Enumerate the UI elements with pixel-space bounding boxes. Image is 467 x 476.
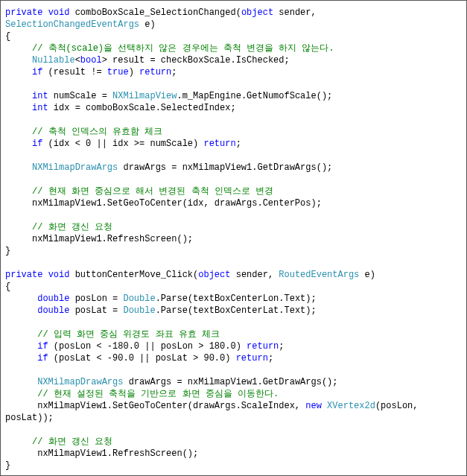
type: SelectionChangedEventArgs	[5, 19, 139, 30]
text: posLat));	[5, 413, 54, 423]
comment: // 현재 화면 중심으로 해서 변경된 축척 인덱스로 변경	[32, 186, 273, 197]
indent	[5, 293, 37, 304]
indent	[5, 305, 37, 316]
keyword: object	[241, 7, 273, 18]
indent	[5, 377, 37, 387]
indent	[5, 55, 32, 66]
keyword: if	[32, 139, 42, 149]
text	[322, 401, 327, 411]
text: nxMilmapView1.SetGeoToCenter(idx, drawAr…	[5, 198, 322, 209]
type: XVertex2d	[327, 401, 375, 411]
code-snippet-frame: private void comboBoxScale_SelectionChan…	[0, 0, 467, 476]
text: ;	[236, 139, 241, 149]
brace: {	[5, 31, 10, 42]
text: (idx < 0 || idx >= numScale)	[42, 139, 203, 149]
keyword: double	[37, 293, 69, 304]
text: numScale =	[48, 91, 112, 101]
keyword: object	[198, 270, 230, 280]
indent	[5, 186, 32, 197]
comment: // 축척(scale)을 선택하지 않은 경우에는 축척 변경을 하지 않는다…	[32, 43, 334, 54]
text: .Parse(textBoxCenterLat.Text);	[156, 305, 317, 316]
indent	[5, 103, 32, 113]
indent	[5, 162, 32, 173]
indent	[5, 67, 32, 77]
text: (posLat < -90.0 || posLat > 90.0)	[48, 353, 236, 364]
text: idx = comboBoxScale.SelectedIndex;	[48, 103, 236, 113]
text: )	[129, 67, 139, 77]
keyword: int	[32, 103, 48, 113]
indent	[5, 437, 32, 447]
keyword: void	[48, 270, 70, 280]
type: Double	[123, 293, 155, 304]
text: (posLon < -180.0 || posLon > 180.0)	[48, 341, 247, 352]
text: <	[75, 55, 80, 66]
indent	[5, 353, 37, 364]
indent	[5, 329, 37, 340]
comment: // 축척 인덱스의 유효함 체크	[32, 127, 162, 137]
text: posLat =	[69, 305, 123, 316]
text: ;	[279, 341, 284, 352]
keyword: if	[37, 341, 48, 352]
text: e)	[139, 19, 156, 30]
keyword: bool	[80, 55, 102, 66]
text: drawArgs = nxMilmapView1.GetDrawArgs();	[118, 162, 332, 173]
text: .m_MapEngine.GetNumofScale();	[177, 91, 332, 101]
keyword: if	[37, 353, 48, 364]
text: posLon =	[69, 293, 123, 304]
comment: // 화면 갱신 요청	[32, 222, 112, 232]
text: buttonCenterMove_Click(	[69, 270, 198, 280]
type: Nullable	[32, 55, 75, 66]
text: nxMilmapView1.SetGeoToCenter(drawArgs.Sc…	[5, 401, 305, 411]
text: ;	[171, 67, 177, 77]
keyword: double	[37, 305, 69, 316]
text: (posLon,	[375, 401, 419, 411]
text: sender,	[273, 7, 317, 18]
indent	[5, 127, 32, 137]
type: Double	[123, 305, 155, 316]
keyword: if	[32, 67, 42, 77]
keyword: true	[107, 67, 129, 77]
text: (result !=	[42, 67, 107, 77]
text: drawArgs = nxMilmapView1.GetDrawArgs();	[123, 377, 337, 387]
type: NXMilmapDrawArgs	[37, 377, 123, 387]
brace: {	[5, 282, 10, 292]
keyword: private	[5, 270, 42, 280]
indent	[5, 139, 32, 149]
brace: }	[5, 460, 10, 471]
keyword: return	[203, 139, 235, 149]
text: sender,	[230, 270, 279, 280]
indent	[5, 43, 32, 54]
code-block: private void comboBoxScale_SelectionChan…	[5, 7, 419, 471]
indent	[5, 389, 37, 399]
text: > result = checkBoxScale.IsChecked;	[102, 55, 290, 66]
keyword: void	[48, 7, 70, 18]
text: ;	[268, 353, 273, 364]
keyword: private	[5, 7, 42, 18]
keyword: int	[32, 91, 48, 101]
indent	[5, 91, 32, 101]
brace: }	[5, 246, 10, 256]
type: RoutedEventArgs	[279, 270, 359, 280]
comment: // 현재 설정된 축척을 기반으로 화면 중심을 이동한다.	[37, 389, 279, 399]
text: comboBoxScale_SelectionChanged(	[69, 7, 241, 18]
text: nxMilmapView1.RefreshScreen();	[5, 234, 193, 244]
indent	[5, 341, 37, 352]
indent	[5, 222, 32, 232]
keyword: return	[247, 341, 279, 352]
type: NXMilmapDrawArgs	[32, 162, 118, 173]
keyword: return	[139, 67, 171, 77]
comment: // 화면 갱신 요청	[32, 437, 112, 447]
keyword: return	[236, 353, 268, 364]
comment: // 입력 화면 중심 위경도 좌표 유효 체크	[37, 329, 220, 340]
text: .Parse(textBoxCenterLon.Text);	[156, 293, 317, 304]
keyword: new	[305, 401, 322, 411]
text: e)	[359, 270, 375, 280]
text: nxMilmapView1.RefreshScreen();	[5, 448, 198, 459]
type: NXMilmapView	[112, 91, 177, 101]
